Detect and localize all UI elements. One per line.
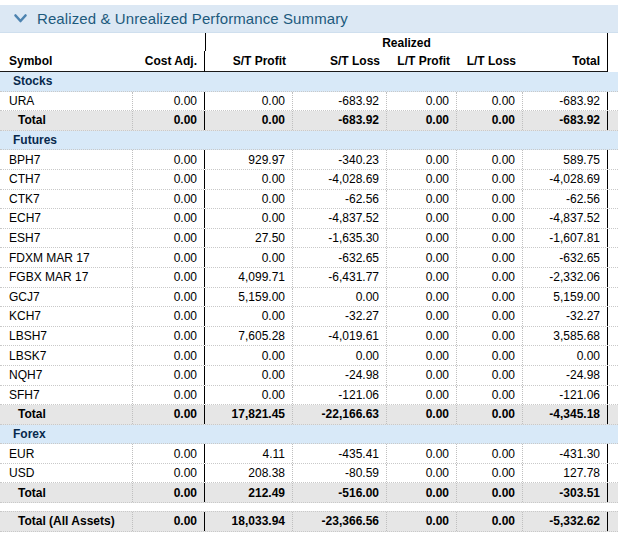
cell-total: -24.98	[523, 366, 608, 385]
cell-cost-adj: 0.00	[133, 444, 205, 463]
cell-st-profit: 0.00	[205, 346, 293, 365]
cell-lt-loss: 0.00	[457, 248, 523, 267]
cell-filler	[608, 483, 618, 502]
column-header-total: Total	[523, 51, 608, 72]
cell-symbol: ECH7	[0, 209, 133, 228]
summary-section-header[interactable]: Realized & Unrealized Performance Summar…	[0, 5, 618, 33]
cell-symbol: CTK7	[0, 190, 133, 209]
cell-filler	[608, 248, 618, 267]
table-row: SFH70.000.00-121.060.000.00-121.06	[0, 386, 618, 406]
cell-lt-loss: 0.00	[457, 405, 523, 424]
cell-symbol: USD	[0, 464, 133, 483]
cell-lt-loss: 0.00	[457, 444, 523, 463]
table-row: NQH70.000.00-24.980.000.00-24.98	[0, 366, 618, 386]
cell-cost-adj: 0.00	[133, 92, 205, 111]
cell-filler	[608, 444, 618, 463]
cell-lt-loss: 0.00	[457, 92, 523, 111]
cell-lt-loss: 0.00	[457, 386, 523, 405]
cell-st-profit: 0.00	[205, 386, 293, 405]
cell-lt-loss: 0.00	[457, 327, 523, 346]
cell-symbol: Total	[0, 405, 133, 424]
cell-symbol: KCH7	[0, 307, 133, 326]
section-row-forex: Forex	[0, 425, 618, 445]
cell-total: -431.30	[523, 444, 608, 463]
table-row: CTH70.000.00-4,028.690.000.00-4,028.69	[0, 170, 618, 190]
cell-symbol: LBSH7	[0, 327, 133, 346]
cell-total: -121.06	[523, 386, 608, 405]
cell-lt-profit: 0.00	[387, 512, 457, 531]
cell-lt-profit: 0.00	[387, 92, 457, 111]
cell-lt-loss: 0.00	[457, 209, 523, 228]
cell-lt-profit: 0.00	[387, 327, 457, 346]
cell-st-loss: -4,019.61	[293, 327, 387, 346]
cell-filler	[608, 386, 618, 405]
cell-symbol: URA	[0, 92, 133, 111]
cell-st-loss: -24.98	[293, 366, 387, 385]
cell-lt-loss: 0.00	[457, 229, 523, 248]
cell-filler	[608, 111, 618, 130]
cell-total: -683.92	[523, 111, 608, 130]
cell-st-profit: 4.11	[205, 444, 293, 463]
cell-filler	[608, 346, 618, 365]
cell-st-loss: -62.56	[293, 190, 387, 209]
cell-lt-profit: 0.00	[387, 386, 457, 405]
section-total-row: Total0.000.00-683.920.000.00-683.92	[0, 111, 618, 131]
chevron-down-icon[interactable]	[13, 12, 28, 25]
cell-cost-adj: 0.00	[133, 464, 205, 483]
cell-symbol: CTH7	[0, 170, 133, 189]
cell-lt-profit: 0.00	[387, 346, 457, 365]
column-header-lt-loss: L/T Loss	[457, 51, 523, 72]
cell-filler	[608, 92, 618, 111]
cell-st-loss: -435.41	[293, 444, 387, 463]
table-row: KCH70.000.00-32.270.000.00-32.27	[0, 307, 618, 327]
cell-total: -2,332.06	[523, 268, 608, 287]
column-header-st-loss: S/T Loss	[293, 51, 387, 72]
realized-group-label: Realized	[205, 33, 608, 51]
cell-lt-profit: 0.00	[387, 288, 457, 307]
section-row-stocks: Stocks	[0, 72, 618, 92]
cell-symbol: LBSK7	[0, 346, 133, 365]
cell-total: 5,159.00	[523, 288, 608, 307]
cell-lt-loss: 0.00	[457, 170, 523, 189]
cell-st-loss: -32.27	[293, 307, 387, 326]
grand-total-row: Total (All Assets)0.0018,033.94-23,366.5…	[0, 511, 618, 532]
section-total-row: Total0.0017,821.45-22,166.630.000.00-4,3…	[0, 405, 618, 425]
cell-cost-adj: 0.00	[133, 386, 205, 405]
section-label: Forex	[0, 425, 618, 444]
cell-lt-profit: 0.00	[387, 150, 457, 169]
cell-lt-profit: 0.00	[387, 229, 457, 248]
cell-lt-profit: 0.00	[387, 483, 457, 502]
cell-lt-loss: 0.00	[457, 307, 523, 326]
cell-total: -4,345.18	[523, 405, 608, 424]
cell-st-profit: 208.38	[205, 464, 293, 483]
cell-cost-adj: 0.00	[133, 366, 205, 385]
cell-st-profit: 0.00	[205, 170, 293, 189]
cell-total: -303.51	[523, 483, 608, 502]
cell-lt-profit: 0.00	[387, 366, 457, 385]
cell-lt-profit: 0.00	[387, 248, 457, 267]
page-title: Realized & Unrealized Performance Summar…	[37, 10, 348, 27]
cell-total: -683.92	[523, 92, 608, 111]
cell-symbol: FDXM MAR 17	[0, 248, 133, 267]
table-group-header-row: Realized	[0, 33, 618, 51]
cell-symbol: Total	[0, 483, 133, 502]
cell-st-profit: 4,099.71	[205, 268, 293, 287]
cell-symbol: ESH7	[0, 229, 133, 248]
section-label: Stocks	[0, 72, 618, 91]
cell-st-loss: 0.00	[293, 346, 387, 365]
cell-st-profit: 0.00	[205, 92, 293, 111]
cell-cost-adj: 0.00	[133, 150, 205, 169]
cell-filler	[608, 150, 618, 169]
table-row: GCJ70.005,159.000.000.000.005,159.00	[0, 288, 618, 308]
cell-total: 127.78	[523, 464, 608, 483]
cell-filler	[608, 170, 618, 189]
cell-lt-profit: 0.00	[387, 111, 457, 130]
cell-st-profit: 0.00	[205, 190, 293, 209]
performance-summary-panel: Realized & Unrealized Performance Summar…	[0, 5, 618, 545]
table-row: ESH70.0027.50-1,635.300.000.00-1,607.81	[0, 229, 618, 249]
cell-lt-profit: 0.00	[387, 209, 457, 228]
cell-total: -32.27	[523, 307, 608, 326]
cell-symbol: FGBX MAR 17	[0, 268, 133, 287]
cell-symbol: BPH7	[0, 150, 133, 169]
cell-total: 3,585.68	[523, 327, 608, 346]
